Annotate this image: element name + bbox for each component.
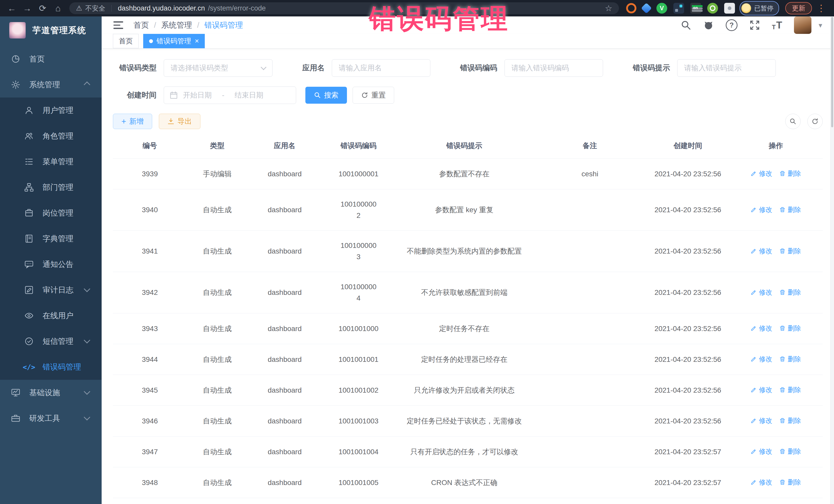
toggle-search-button[interactable] bbox=[785, 114, 800, 129]
delete-button[interactable]: 删除 bbox=[780, 446, 801, 457]
sidebar-item-sms[interactable]: 短信管理 bbox=[0, 328, 102, 354]
edit-button[interactable]: 修改 bbox=[751, 204, 772, 215]
edit-icon bbox=[751, 479, 757, 485]
add-button[interactable]: + 新增 bbox=[113, 114, 152, 129]
cell-app: dashboard bbox=[248, 344, 322, 375]
sidebar-item-user[interactable]: 用户管理 bbox=[0, 97, 102, 123]
extension-orange-ring-icon[interactable] bbox=[626, 3, 636, 13]
delete-button[interactable]: 删除 bbox=[780, 353, 801, 365]
edit-button[interactable]: 修改 bbox=[751, 353, 772, 365]
error-type-select[interactable]: 请选择错误码类型 bbox=[164, 59, 272, 77]
extension-dark-grid-icon[interactable] bbox=[673, 3, 684, 14]
warning-icon: ⚠ bbox=[76, 4, 82, 12]
error-code-table: 编号类型应用名错误码编码错误码提示备注创建时间操作 3939手动编辑dashbo… bbox=[113, 133, 823, 498]
error-msg-input[interactable] bbox=[677, 59, 776, 77]
hamburger-icon[interactable] bbox=[113, 21, 123, 29]
close-icon[interactable]: × bbox=[195, 37, 199, 45]
sidebar-item-dev-tool[interactable]: 研发工具 bbox=[0, 406, 102, 431]
extension-on-badge-icon[interactable]: on bbox=[690, 3, 701, 14]
cell-remark bbox=[533, 313, 647, 344]
delete-button[interactable]: 删除 bbox=[780, 287, 801, 298]
scrollbar[interactable] bbox=[830, 17, 834, 504]
message-icon bbox=[24, 260, 35, 269]
font-size-icon[interactable]: TT bbox=[772, 20, 782, 31]
delete-button[interactable]: 删除 bbox=[780, 245, 801, 257]
delete-button[interactable]: 删除 bbox=[780, 323, 801, 334]
edit-button[interactable]: 修改 bbox=[751, 245, 772, 257]
table-row: 3939手动编辑dashboard1001000001参数配置不存在ceshi2… bbox=[113, 159, 823, 190]
reload-icon[interactable]: ⟳ bbox=[36, 3, 49, 13]
sidebar-item-error-code[interactable]: </>错误码管理 bbox=[0, 354, 102, 380]
edit-button[interactable]: 修改 bbox=[751, 446, 772, 457]
browser-update-button[interactable]: 更新 bbox=[785, 2, 812, 14]
export-button[interactable]: 导出 bbox=[159, 114, 200, 129]
address-bar[interactable]: ⚠ 不安全 dashboard.yudao.iocoder.cn/system/… bbox=[69, 2, 619, 14]
sms-icon bbox=[24, 337, 35, 346]
edit-button[interactable]: 修改 bbox=[751, 323, 772, 334]
edit-icon bbox=[751, 387, 757, 393]
sidebar-item-notice[interactable]: 通知公告 bbox=[0, 251, 102, 277]
sidebar-item-dict[interactable]: 字典管理 bbox=[0, 226, 102, 251]
fullscreen-icon[interactable] bbox=[749, 20, 760, 30]
edit-button[interactable]: 修改 bbox=[751, 384, 772, 395]
reset-button[interactable]: 重置 bbox=[353, 87, 394, 104]
date-range-picker[interactable]: 开始日期 - 结束日期 bbox=[164, 86, 296, 104]
sidebar-item-role[interactable]: 角色管理 bbox=[0, 123, 102, 149]
column-header: 创建时间 bbox=[647, 133, 729, 159]
scrollbar-thumb[interactable] bbox=[831, 17, 833, 127]
forward-icon[interactable]: → bbox=[21, 3, 34, 13]
sidebar-item-post[interactable]: 岗位管理 bbox=[0, 200, 102, 226]
cell-msg: 只有开启状态的任务，才可以修改 bbox=[395, 437, 533, 467]
sidebar-item-online-user[interactable]: 在线用户 bbox=[0, 303, 102, 328]
delete-button[interactable]: 删除 bbox=[780, 477, 801, 488]
extension-green-v-icon[interactable]: V bbox=[656, 3, 667, 14]
tag-error-code[interactable]: 错误码管理 × bbox=[143, 34, 205, 48]
user-avatar[interactable] bbox=[794, 17, 811, 34]
app-logo[interactable]: 芋道管理系统 bbox=[0, 17, 102, 44]
sidebar-item-menu[interactable]: 菜单管理 bbox=[0, 149, 102, 175]
back-icon[interactable]: ← bbox=[5, 3, 19, 13]
refresh-button[interactable] bbox=[807, 114, 823, 129]
chevron-down-icon bbox=[84, 286, 90, 292]
error-code-input[interactable] bbox=[505, 59, 603, 77]
extension-blue-gem-icon[interactable] bbox=[641, 3, 652, 14]
sidebar-item-infra[interactable]: 基础设施 bbox=[0, 380, 102, 406]
delete-button[interactable]: 删除 bbox=[780, 168, 801, 179]
search-button[interactable]: 搜索 bbox=[305, 87, 347, 104]
edit-button[interactable]: 修改 bbox=[751, 415, 772, 426]
cell-app: dashboard bbox=[248, 375, 322, 406]
edit-button[interactable]: 修改 bbox=[751, 477, 772, 488]
edit-icon bbox=[751, 325, 757, 331]
cell-msg: CRON 表达式不正确 bbox=[395, 467, 533, 498]
book-icon bbox=[24, 234, 35, 243]
sidebar-item-home[interactable]: 首页 bbox=[0, 46, 102, 72]
edit-button[interactable]: 修改 bbox=[751, 168, 772, 179]
delete-button[interactable]: 删除 bbox=[780, 384, 801, 395]
extension-green-key-icon[interactable] bbox=[707, 3, 718, 14]
caret-down-icon[interactable]: ▾ bbox=[819, 21, 822, 29]
sidebar-item-system[interactable]: 系统管理 bbox=[0, 72, 102, 97]
table-row: 3947自动生成dashboard1001001004只有开启状态的任务，才可以… bbox=[113, 437, 823, 467]
edit-button[interactable]: 修改 bbox=[751, 287, 772, 298]
sidebar-item-label: 首页 bbox=[29, 54, 45, 64]
breadcrumb-home[interactable]: 首页 bbox=[133, 20, 149, 30]
breadcrumb-system[interactable]: 系统管理 bbox=[161, 20, 192, 30]
help-icon[interactable]: ? bbox=[726, 19, 738, 31]
app-title: 芋道管理系统 bbox=[32, 25, 86, 36]
bookmark-star-icon[interactable]: ☆ bbox=[605, 3, 612, 13]
github-icon[interactable] bbox=[703, 20, 714, 30]
browser-menu-icon[interactable]: ⋮ bbox=[816, 3, 826, 14]
browser-profile-chip[interactable]: 已暂停 bbox=[740, 1, 779, 15]
cell-remark bbox=[533, 375, 647, 406]
tag-home[interactable]: 首页 bbox=[113, 34, 138, 48]
delete-button[interactable]: 删除 bbox=[780, 204, 801, 215]
sidebar-item-dept[interactable]: 部门管理 bbox=[0, 175, 102, 200]
cell-msg: 参数配置 key 重复 bbox=[395, 190, 533, 231]
home-icon[interactable]: ⌂ bbox=[51, 3, 65, 13]
delete-button[interactable]: 删除 bbox=[780, 415, 801, 426]
sidebar-item-audit-log[interactable]: 审计日志 bbox=[0, 277, 102, 303]
app-name-input[interactable] bbox=[332, 59, 430, 77]
search-icon[interactable] bbox=[681, 20, 691, 30]
extension-puzzle-icon[interactable] bbox=[724, 3, 735, 14]
tree-icon bbox=[24, 183, 35, 192]
